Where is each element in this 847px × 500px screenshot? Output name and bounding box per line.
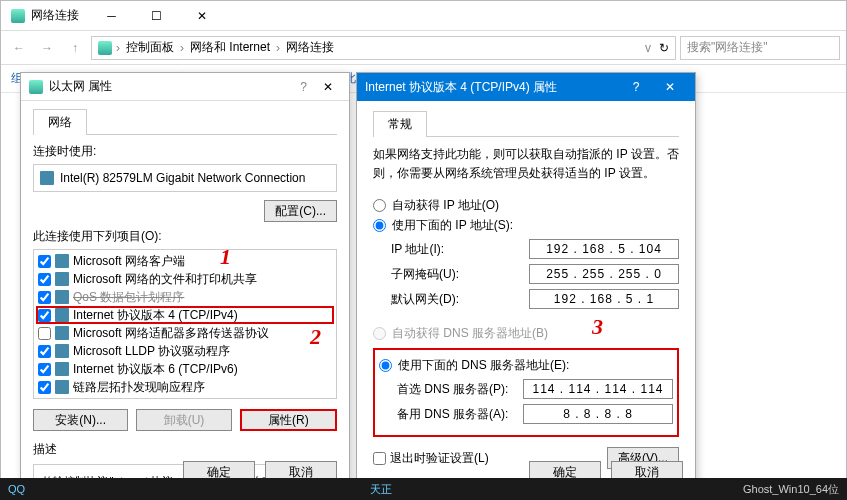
back-button[interactable]: ← (7, 36, 31, 60)
network-icon (11, 9, 25, 23)
protocol-checkbox[interactable] (38, 291, 51, 304)
protocol-label: Microsoft LLDP 协议驱动程序 (73, 343, 230, 360)
protocol-list[interactable]: Microsoft 网络客户端Microsoft 网络的文件和打印机共享QoS … (33, 249, 337, 399)
protocol-label: 链路层拓扑发现响应程序 (73, 379, 205, 396)
annotation-2: 2 (310, 326, 321, 348)
task-qq[interactable]: QQ (8, 483, 25, 495)
minimize-button[interactable]: ─ (89, 1, 134, 30)
eth-title: 以太网 属性 (49, 78, 112, 95)
annotation-3: 3 (592, 316, 603, 338)
annotation-1: 1 (220, 246, 231, 268)
alt-dns-field[interactable]: 8 . 8 . 8 . 8 (523, 404, 673, 424)
search-input[interactable]: 搜索"网络连接" (680, 36, 840, 60)
crumb-network-connections[interactable]: 网络连接 (284, 39, 336, 56)
protocol-icon (55, 362, 69, 376)
task-tw[interactable]: 天正 (370, 482, 392, 497)
protocol-item[interactable]: Microsoft 网络适配器多路传送器协议 (36, 324, 334, 342)
task-ghost[interactable]: Ghost_Win10_64位 (743, 482, 839, 497)
maximize-button[interactable]: ☐ (134, 1, 179, 30)
nic-field: Intel(R) 82579LM Gigabit Network Connect… (33, 164, 337, 192)
protocol-checkbox[interactable] (38, 363, 51, 376)
nic-name: Intel(R) 82579LM Gigabit Network Connect… (60, 171, 305, 185)
validate-checkbox[interactable] (373, 452, 386, 465)
protocol-item[interactable]: Internet 协议版本 6 (TCP/IPv6) (36, 360, 334, 378)
ip-address-field[interactable]: 192 . 168 . 5 . 104 (529, 239, 679, 259)
protocol-label: QoS 数据包计划程序 (73, 289, 184, 306)
close-button[interactable]: ✕ (653, 73, 687, 101)
help-button[interactable]: ? (619, 73, 653, 101)
ethernet-properties-window: 以太网 属性 ? ✕ 网络 连接时使用: Intel(R) 82579LM Gi… (20, 72, 350, 492)
help-button[interactable]: ? (292, 80, 315, 94)
protocol-checkbox[interactable] (38, 345, 51, 358)
connect-using-label: 连接时使用: (33, 143, 337, 160)
protocol-icon (55, 326, 69, 340)
crumb-network-internet[interactable]: 网络和 Internet (188, 39, 272, 56)
protocol-icon (55, 308, 69, 322)
protocol-icon (55, 272, 69, 286)
properties-button[interactable]: 属性(R) (240, 409, 337, 431)
ipv4-title: Internet 协议版本 4 (TCP/IPv4) 属性 (365, 79, 557, 96)
protocol-item[interactable]: 链路层拓扑发现响应程序 (36, 378, 334, 396)
radio-use-ip[interactable] (373, 219, 386, 232)
radio-auto-dns (373, 327, 386, 340)
network-icon (29, 80, 43, 94)
address-bar: ← → ↑ › 控制面板 › 网络和 Internet › 网络连接 v ↻ 搜… (1, 31, 846, 65)
protocol-icon (55, 344, 69, 358)
desc-heading: 描述 (33, 441, 337, 458)
explorer-title: 网络连接 (31, 7, 79, 24)
uninstall-button[interactable]: 卸载(U) (136, 409, 231, 431)
protocol-checkbox[interactable] (38, 327, 51, 340)
nic-icon (40, 171, 54, 185)
protocol-checkbox[interactable] (38, 381, 51, 394)
dns-section: 使用下面的 DNS 服务器地址(E): 首选 DNS 服务器(P):114 . … (373, 348, 679, 437)
protocol-label: Internet 协议版本 4 (TCP/IPv4) (73, 307, 238, 324)
protocol-label: Microsoft 网络客户端 (73, 253, 185, 270)
protocol-checkbox[interactable] (38, 309, 51, 322)
install-button[interactable]: 安装(N)... (33, 409, 128, 431)
ipv4-titlebar: Internet 协议版本 4 (TCP/IPv4) 属性 ? ✕ (357, 73, 695, 101)
protocol-label: Microsoft 网络的文件和打印机共享 (73, 271, 257, 288)
subnet-mask-field[interactable]: 255 . 255 . 255 . 0 (529, 264, 679, 284)
protocol-checkbox[interactable] (38, 255, 51, 268)
network-icon (98, 41, 112, 55)
protocol-label: Internet 协议版本 6 (TCP/IPv6) (73, 361, 238, 378)
tab-network[interactable]: 网络 (33, 109, 87, 135)
protocol-item[interactable]: Microsoft 网络的文件和打印机共享 (36, 270, 334, 288)
protocol-icon (55, 290, 69, 304)
protocol-item[interactable]: QoS 数据包计划程序 (36, 288, 334, 306)
tab-general[interactable]: 常规 (373, 111, 427, 137)
protocol-icon (55, 380, 69, 394)
close-button[interactable]: ✕ (315, 80, 341, 94)
breadcrumb[interactable]: › 控制面板 › 网络和 Internet › 网络连接 v ↻ (91, 36, 676, 60)
crumb-control-panel[interactable]: 控制面板 (124, 39, 176, 56)
protocol-item[interactable]: Microsoft LLDP 协议驱动程序 (36, 342, 334, 360)
ipv4-info: 如果网络支持此功能，则可以获取自动指派的 IP 设置。否则，你需要从网络系统管理… (373, 145, 679, 183)
ipv4-properties-window: Internet 协议版本 4 (TCP/IPv4) 属性 ? ✕ 常规 如果网… (356, 72, 696, 492)
radio-auto-ip[interactable] (373, 199, 386, 212)
eth-titlebar: 以太网 属性 ? ✕ (21, 73, 349, 101)
up-button[interactable]: ↑ (63, 36, 87, 60)
protocol-checkbox[interactable] (38, 273, 51, 286)
explorer-titlebar: 网络连接 ─ ☐ ✕ (1, 1, 846, 31)
primary-dns-field[interactable]: 114 . 114 . 114 . 114 (523, 379, 673, 399)
close-button[interactable]: ✕ (179, 1, 224, 30)
forward-button[interactable]: → (35, 36, 59, 60)
radio-use-dns[interactable] (379, 359, 392, 372)
protocol-item[interactable]: Microsoft 网络客户端 (36, 252, 334, 270)
gateway-field[interactable]: 192 . 168 . 5 . 1 (529, 289, 679, 309)
configure-button[interactable]: 配置(C)... (264, 200, 337, 222)
protocol-label: Microsoft 网络适配器多路传送器协议 (73, 325, 269, 342)
protocol-item[interactable]: Internet 协议版本 4 (TCP/IPv4) (36, 306, 334, 324)
taskbar: QQ 天正 Ghost_Win10_64位 (0, 478, 847, 500)
protocol-icon (55, 254, 69, 268)
uses-items-label: 此连接使用下列项目(O): (33, 228, 337, 245)
